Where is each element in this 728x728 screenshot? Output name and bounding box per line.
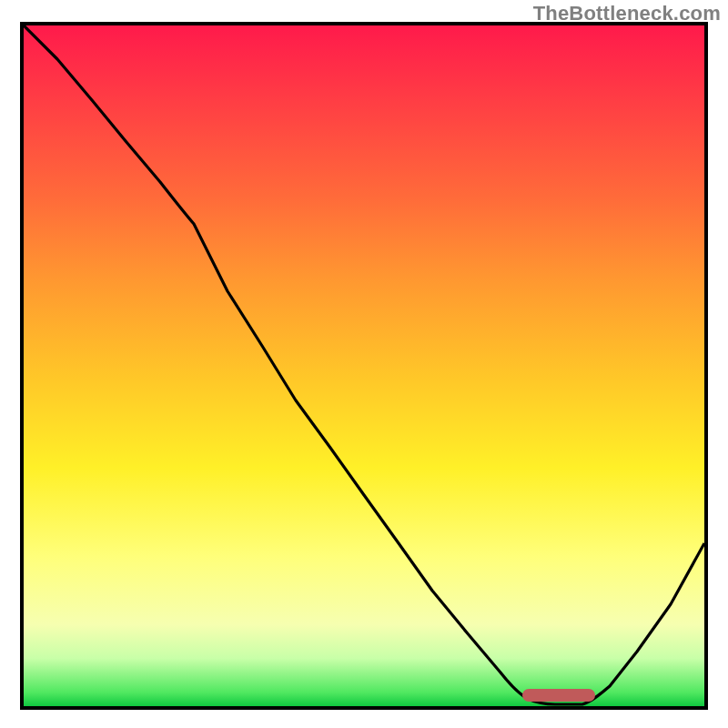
watermark-label: TheBottleneck.com: [533, 2, 721, 25]
valley-marker: [522, 689, 595, 702]
chart-container: TheBottleneck.com: [0, 0, 728, 728]
bottleneck-curve: [24, 25, 704, 706]
plot-area: [20, 22, 708, 710]
curve-path: [24, 25, 704, 704]
